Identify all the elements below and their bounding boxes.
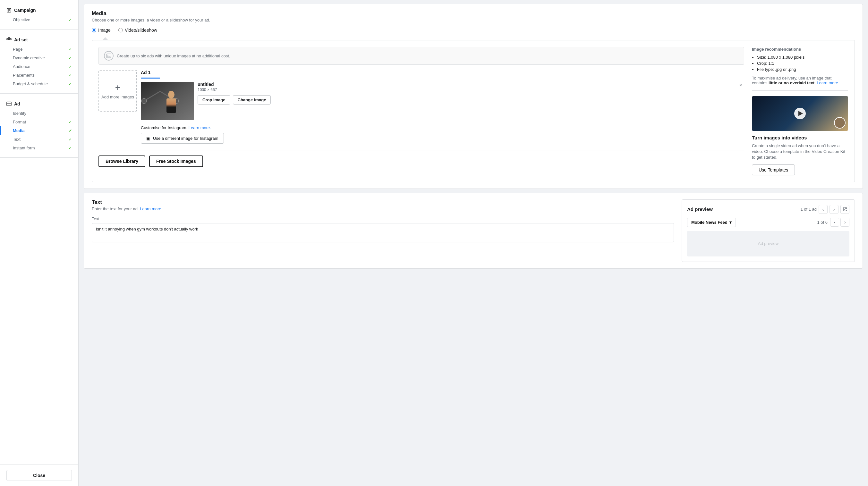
customise-text: Customise for Instagram. Learn more. (141, 125, 744, 130)
media-right: Image recommendations Size: 1,080 x 1,08… (752, 47, 848, 175)
close-ad1-button[interactable]: × (737, 82, 744, 89)
ad-label: Ad (14, 101, 20, 106)
placement-nav-area: 1 of 6 ‹ › (817, 218, 849, 227)
svg-rect-5 (106, 54, 111, 58)
sidebar-item-instant-form[interactable]: Instant form ✓ (0, 143, 78, 152)
check-icon-instant-form: ✓ (69, 146, 72, 150)
placement-selector: Mobile News Feed ▾ 1 of 6 ‹ › (687, 218, 849, 227)
check-icon-page: ✓ (69, 47, 72, 52)
ad1-actions: Crop Image Change Image (197, 95, 744, 104)
placement-next-button[interactable]: › (840, 218, 849, 227)
campaign-icon (6, 8, 11, 13)
sidebar-heading-ad[interactable]: Ad (0, 99, 78, 109)
use-templates-button[interactable]: Use Templates (752, 164, 795, 175)
rec-item-filetype: File type: .jpg or .png (757, 67, 848, 72)
text-learn-more-link[interactable]: Learn more. (140, 206, 162, 211)
sidebar-item-text[interactable]: Text ✓ (0, 135, 78, 143)
video-radio-label[interactable]: Video/slideshow (118, 28, 157, 33)
chevron-down-icon: ▾ (730, 220, 732, 225)
placement-nav: ‹ › (830, 218, 849, 227)
sidebar-item-page[interactable]: Page ✓ (0, 45, 78, 54)
image-radio[interactable] (92, 28, 96, 32)
media-section-card: Media Choose one or more images, a video… (84, 4, 863, 189)
video-desc: Create a single video ad when you don't … (752, 143, 848, 161)
ad1-filename: untitled (197, 82, 744, 87)
sidebar-item-identity[interactable]: Identity (0, 109, 78, 118)
change-image-button[interactable]: Change Image (233, 95, 271, 104)
adset-label: Ad set (14, 37, 28, 42)
sidebar-item-media[interactable]: Media ✓ (0, 126, 78, 135)
check-icon-media: ✓ (69, 129, 72, 133)
media-subtitle: Choose one or more images, a video or a … (92, 18, 855, 23)
ad-preview-next-button[interactable]: › (830, 205, 838, 214)
gym-image-svg (141, 82, 194, 120)
sidebar-item-dynamic-creative[interactable]: Dynamic creative ✓ (0, 54, 78, 62)
image-placeholder-icon (106, 53, 111, 58)
text-left: Text Enter the text for your ad. Learn m… (92, 199, 674, 262)
check-icon-dynamic: ✓ (69, 56, 72, 60)
placement-prev-button[interactable]: ‹ (830, 218, 839, 227)
instagram-bar: Customise for Instagram. Learn more. ▣ U… (141, 125, 744, 143)
check-icon-budget: ✓ (69, 82, 72, 86)
add-image-card[interactable]: + Add more images (98, 70, 137, 111)
media-type-radio-group: Image Video/slideshow (92, 28, 855, 33)
image-radio-label[interactable]: Image (92, 28, 111, 33)
placement-counter: 1 of 6 (817, 220, 828, 225)
rec-item-crop: Crop: 1:1 (757, 61, 848, 66)
text-section: Text Enter the text for your ad. Learn m… (84, 193, 863, 269)
rec-note: To maximise ad delivery, use an image th… (752, 76, 848, 85)
play-button[interactable] (794, 108, 806, 119)
video-thumb (752, 96, 848, 131)
ad-icon (6, 101, 11, 106)
placement-dropdown[interactable]: Mobile News Feed ▾ (687, 218, 736, 227)
sidebar-close-area: Close (0, 464, 78, 486)
free-stock-images-button[interactable]: Free Stock Images (149, 156, 203, 167)
sidebar-campaign-section: Campaign Objective ✓ (0, 0, 78, 30)
ads-area: + Add more images Ad 1 (98, 70, 744, 143)
sidebar-item-audience[interactable]: Audience ✓ (0, 62, 78, 71)
ad-preview-panel: Ad preview 1 of 1 ad ‹ › Mobile News Fee… (682, 199, 855, 262)
sidebar-item-objective[interactable]: Objective ✓ (0, 15, 78, 24)
sidebar-ad-section: Ad Identity Format ✓ Media ✓ Text ✓ Inst… (0, 94, 78, 158)
ad1-label: Ad 1 (141, 70, 744, 75)
ad-preview-title: Ad preview (687, 206, 713, 212)
sidebar-item-placements[interactable]: Placements ✓ (0, 71, 78, 79)
ad-preview-nav: 1 of 1 ad ‹ › (800, 205, 849, 214)
instagram-monitor-icon: ▣ (146, 136, 150, 141)
crop-image-button[interactable]: Crop Image (197, 95, 230, 104)
text-textarea[interactable]: Isn't it annoying when gym workouts don'… (92, 223, 674, 242)
svg-point-6 (107, 55, 108, 56)
info-icon (104, 51, 114, 61)
ad1-info-col: untitled 1000 × 667 Crop Image Change Im… (197, 82, 744, 104)
preview-placeholder: Ad preview (758, 241, 778, 246)
triangle-indicator (102, 37, 108, 40)
media-left: Create up to six ads with unique images … (98, 47, 744, 175)
rec-item-size: Size: 1,080 x 1,080 pixels (757, 55, 848, 60)
rec-learn-more-link[interactable]: Learn more. (817, 80, 839, 85)
check-icon-audience: ✓ (69, 64, 72, 69)
instagram-different-image-button[interactable]: ▣ Use a different image for Instagram (141, 133, 224, 143)
ad1-image-thumb (141, 82, 194, 120)
ad-preview-prev-button[interactable]: ‹ (818, 205, 828, 214)
sidebar-heading-adset[interactable]: Ad set (0, 35, 78, 45)
browse-library-button[interactable]: Browse Library (98, 156, 145, 167)
text-section-subtitle: Enter the text for your ad. Learn more. (92, 206, 674, 211)
preview-area: Ad preview (687, 231, 849, 256)
play-triangle-icon (798, 111, 803, 116)
rec-divider (752, 90, 848, 91)
gym-image (141, 82, 194, 120)
text-field-label: Text (92, 216, 674, 221)
ad-preview-external-button[interactable] (840, 205, 849, 214)
close-button[interactable]: Close (6, 470, 72, 481)
video-title: Turn images into videos (752, 135, 848, 140)
sidebar-item-format[interactable]: Format ✓ (0, 118, 78, 126)
svg-point-10 (142, 98, 147, 103)
sidebar-heading-campaign[interactable]: Campaign (0, 5, 78, 15)
info-bar: Create up to six ads with unique images … (98, 47, 744, 65)
info-text: Create up to six ads with unique images … (117, 54, 230, 58)
svg-point-12 (168, 91, 175, 98)
ad1-image-row: untitled 1000 × 667 Crop Image Change Im… (141, 82, 744, 120)
sidebar-item-budget[interactable]: Budget & schedule ✓ (0, 79, 78, 88)
customise-learn-more-link[interactable]: Learn more. (189, 125, 211, 130)
video-radio[interactable] (118, 28, 123, 32)
